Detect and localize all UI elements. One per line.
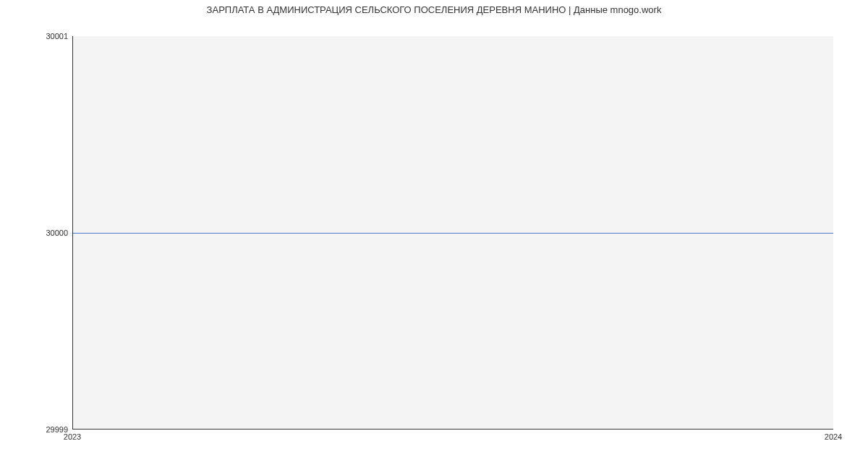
chart-title: ЗАРПЛАТА В АДМИНИСТРАЦИЯ СЕЛЬСКОГО ПОСЕЛ…: [0, 0, 868, 15]
x-tick-label: 2024: [825, 430, 842, 441]
chart-container: 30001 30000 29999 2023 2024: [72, 36, 833, 430]
x-tick-label: 2023: [64, 430, 81, 441]
plot-area: [72, 36, 833, 430]
data-line: [73, 233, 833, 234]
y-tick-label: 30000: [46, 228, 72, 237]
y-tick-label: 30001: [46, 32, 72, 40]
